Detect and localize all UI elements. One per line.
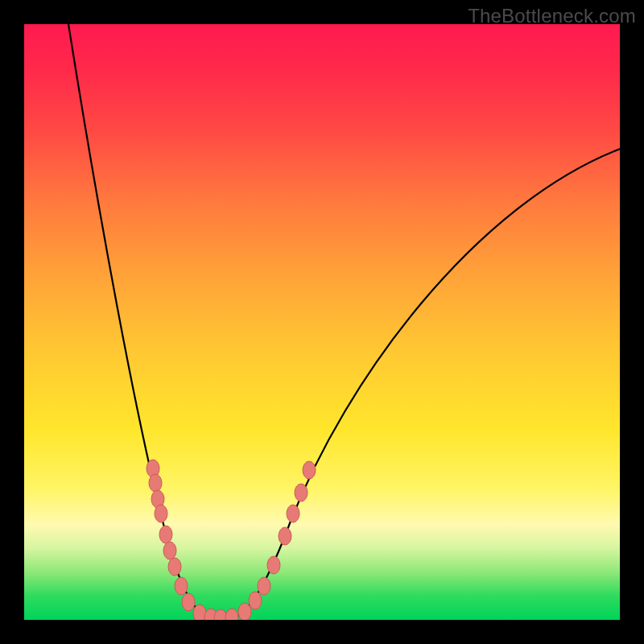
data-marker: [163, 542, 176, 559]
data-marker: [182, 593, 195, 611]
data-marker: [303, 461, 316, 479]
data-marker: [267, 556, 280, 574]
data-marker: [279, 527, 291, 545]
data-marker: [168, 558, 181, 576]
series-group: [68, 24, 620, 618]
data-marker: [238, 603, 251, 620]
plot-area: [24, 24, 620, 620]
data-marker: [155, 505, 167, 522]
curve-right-branch: [229, 149, 620, 618]
marker-group: [147, 460, 316, 620]
data-marker: [258, 577, 270, 595]
data-marker: [295, 484, 308, 502]
data-marker: [287, 505, 299, 522]
data-marker: [159, 526, 172, 543]
data-marker: [249, 592, 262, 609]
chart-svg: [24, 24, 620, 620]
outer-frame: TheBottleneck.com: [0, 0, 644, 644]
data-marker: [149, 474, 162, 492]
data-marker: [175, 577, 188, 595]
data-marker: [225, 609, 238, 620]
curve-left-branch: [68, 24, 213, 618]
